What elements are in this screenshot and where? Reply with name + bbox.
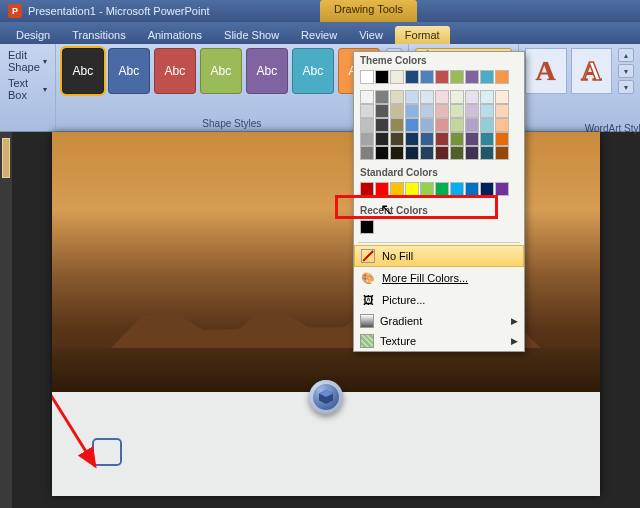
color-swatch[interactable] [360, 70, 374, 84]
color-swatch[interactable] [435, 146, 449, 160]
color-swatch[interactable] [435, 70, 449, 84]
color-swatch[interactable] [495, 182, 509, 196]
color-swatch[interactable] [405, 118, 419, 132]
color-swatch[interactable] [450, 132, 464, 146]
shape-style-swatch[interactable]: Abc [292, 48, 334, 94]
color-swatch[interactable] [360, 118, 374, 132]
color-swatch[interactable] [435, 182, 449, 196]
color-swatch[interactable] [480, 146, 494, 160]
color-swatch[interactable] [360, 104, 374, 118]
color-swatch[interactable] [435, 118, 449, 132]
thumbnail-pane[interactable] [0, 132, 12, 508]
edit-shape-button[interactable]: Edit Shape ▾ [6, 48, 49, 74]
picture-fill-item[interactable]: 🖼 Picture... [354, 289, 524, 311]
color-swatch[interactable] [375, 146, 389, 160]
shape-style-swatch[interactable]: Abc [246, 48, 288, 94]
shape-style-swatch[interactable]: Abc [108, 48, 150, 94]
color-swatch[interactable] [465, 146, 479, 160]
tab-slideshow[interactable]: Slide Show [214, 26, 289, 44]
color-swatch[interactable] [480, 70, 494, 84]
color-swatch[interactable] [450, 90, 464, 104]
color-swatch[interactable] [405, 90, 419, 104]
tab-format[interactable]: Format [395, 26, 450, 44]
color-swatch[interactable] [360, 220, 374, 234]
wordart-swatch[interactable]: A [571, 48, 613, 94]
color-swatch[interactable] [405, 132, 419, 146]
color-swatch[interactable] [495, 118, 509, 132]
color-swatch[interactable] [360, 90, 374, 104]
color-swatch[interactable] [480, 90, 494, 104]
color-swatch[interactable] [435, 104, 449, 118]
color-swatch[interactable] [360, 132, 374, 146]
color-swatch[interactable] [390, 118, 404, 132]
texture-fill-item[interactable]: Texture ▶ [354, 331, 524, 351]
color-swatch[interactable] [420, 118, 434, 132]
color-swatch[interactable] [420, 70, 434, 84]
color-swatch[interactable] [480, 118, 494, 132]
shape-style-swatch[interactable]: Abc [154, 48, 196, 94]
color-swatch[interactable] [495, 146, 509, 160]
gallery-up-button[interactable]: ▴ [618, 48, 634, 62]
color-swatch[interactable] [390, 104, 404, 118]
shape-style-gallery[interactable]: Abc Abc Abc Abc Abc Abc Abc ▴ ▾ ▾ [62, 48, 402, 94]
color-swatch[interactable] [465, 118, 479, 132]
theme-shades-grid[interactable] [354, 88, 524, 164]
color-swatch[interactable] [495, 132, 509, 146]
tab-design[interactable]: Design [6, 26, 60, 44]
color-swatch[interactable] [465, 104, 479, 118]
color-swatch[interactable] [495, 90, 509, 104]
color-swatch[interactable] [435, 90, 449, 104]
color-swatch[interactable] [375, 182, 389, 196]
color-swatch[interactable] [465, 90, 479, 104]
color-swatch[interactable] [375, 132, 389, 146]
recent-colors-row[interactable] [354, 218, 524, 240]
no-fill-item[interactable]: No Fill [354, 245, 524, 267]
color-swatch[interactable] [420, 132, 434, 146]
more-colors-item[interactable]: 🎨 More Fill Colors... [354, 267, 524, 289]
slide-thumbnail[interactable] [2, 138, 10, 178]
color-swatch[interactable] [450, 182, 464, 196]
gradient-fill-item[interactable]: Gradient ▶ [354, 311, 524, 331]
color-swatch[interactable] [390, 90, 404, 104]
color-swatch[interactable] [390, 146, 404, 160]
color-swatch[interactable] [390, 182, 404, 196]
shape-style-swatch[interactable]: Abc [62, 48, 104, 94]
action-button[interactable] [309, 380, 343, 414]
color-swatch[interactable] [420, 182, 434, 196]
color-swatch[interactable] [360, 146, 374, 160]
color-swatch[interactable] [375, 70, 389, 84]
color-swatch[interactable] [375, 118, 389, 132]
theme-colors-grid[interactable] [354, 68, 524, 88]
color-swatch[interactable] [405, 182, 419, 196]
color-swatch[interactable] [360, 182, 374, 196]
color-swatch[interactable] [375, 90, 389, 104]
tab-animations[interactable]: Animations [138, 26, 212, 44]
color-swatch[interactable] [465, 132, 479, 146]
gallery-down-button[interactable]: ▾ [618, 64, 634, 78]
color-swatch[interactable] [450, 70, 464, 84]
color-swatch[interactable] [420, 90, 434, 104]
text-box-button[interactable]: Text Box ▾ [6, 76, 49, 102]
color-swatch[interactable] [480, 104, 494, 118]
color-swatch[interactable] [450, 118, 464, 132]
color-swatch[interactable] [405, 70, 419, 84]
color-swatch[interactable] [435, 132, 449, 146]
tab-transitions[interactable]: Transitions [62, 26, 135, 44]
color-swatch[interactable] [450, 146, 464, 160]
color-swatch[interactable] [405, 104, 419, 118]
color-swatch[interactable] [420, 146, 434, 160]
color-swatch[interactable] [480, 182, 494, 196]
color-swatch[interactable] [495, 70, 509, 84]
color-swatch[interactable] [450, 104, 464, 118]
color-swatch[interactable] [420, 104, 434, 118]
color-swatch[interactable] [480, 132, 494, 146]
color-swatch[interactable] [405, 146, 419, 160]
tab-view[interactable]: View [349, 26, 393, 44]
color-swatch[interactable] [465, 182, 479, 196]
gallery-more-button[interactable]: ▾ [618, 80, 634, 94]
tab-review[interactable]: Review [291, 26, 347, 44]
color-swatch[interactable] [465, 70, 479, 84]
shape-style-swatch[interactable]: Abc [200, 48, 242, 94]
wordart-swatch[interactable]: A [525, 48, 567, 94]
color-swatch[interactable] [390, 70, 404, 84]
